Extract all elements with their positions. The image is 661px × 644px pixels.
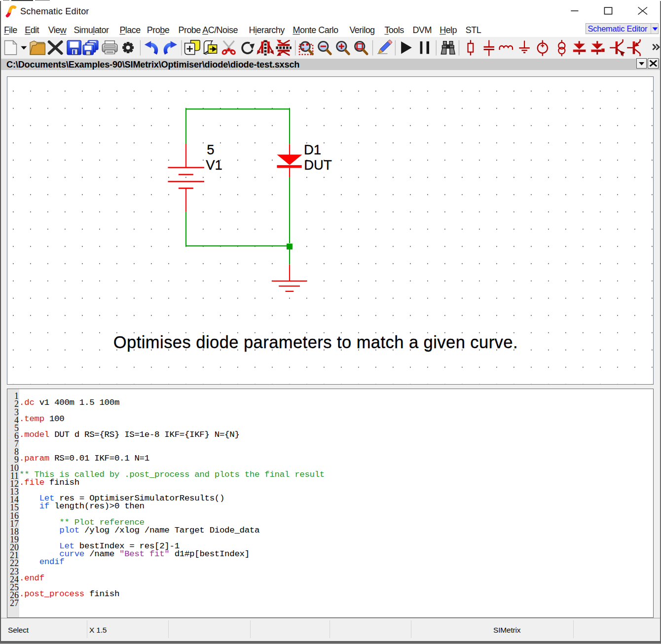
svg-text:DUT: DUT <box>304 157 332 173</box>
svg-text:Optimises diode parameters to: Optimises diode parameters to match a gi… <box>113 333 518 352</box>
svg-text:V1: V1 <box>206 157 222 173</box>
svg-text:D1: D1 <box>304 142 321 157</box>
svg-text:5: 5 <box>207 142 214 157</box>
